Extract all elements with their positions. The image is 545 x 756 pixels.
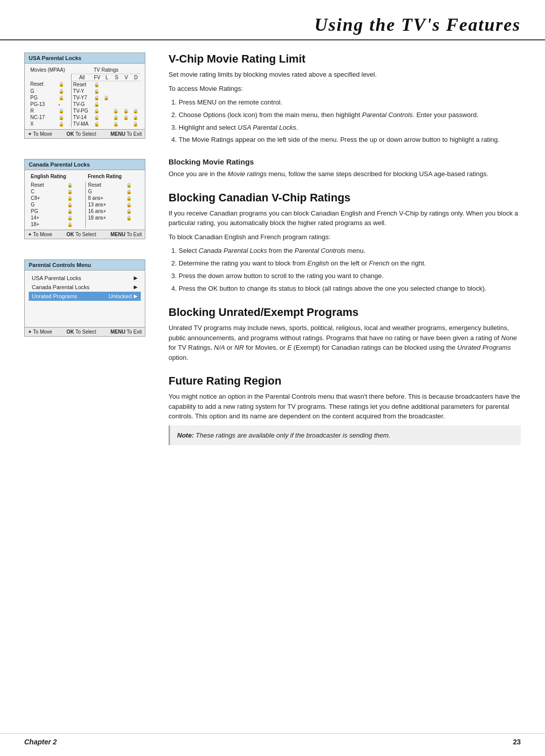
menu-item-canada[interactable]: Canada Parental Locks ▶ — [29, 283, 141, 292]
canadian-access-label: To block Canadian English and French pro… — [169, 232, 521, 242]
canada-ratings-table: English Rating French Rating Reset🔒 Rese… — [29, 173, 141, 228]
unrated-text: Unrated TV programs may include news, sp… — [169, 323, 521, 362]
parental-menu-footer: ✦ To Move OK To Select MENU To Exit — [25, 327, 145, 336]
page-number: 23 — [513, 738, 521, 746]
unrated-heading: Blocking Unrated/Exempt Programs — [169, 306, 521, 319]
vchip-heading: V-Chip Movie Rating Limit — [169, 52, 521, 66]
parental-menu-list: USA Parental Locks ▶ Canada Parental Loc… — [29, 274, 141, 325]
canada-screen-footer: ✦ To Move OK To Select MENU To Exit — [25, 230, 145, 239]
table-row: C8+🔒 8 ans+🔒 — [29, 195, 141, 201]
future-heading: Future Rating Region — [169, 374, 521, 388]
table-row: Reset🔒 Reset🔒 — [29, 182, 141, 188]
list-item: The Movie Ratings appear on the left sid… — [179, 135, 521, 145]
list-item: Press the down arrow button to scroll to… — [179, 271, 521, 282]
canadian-intro: If you receive Canadian programs you can… — [169, 208, 521, 228]
table-row: X 🔒 TV-MA 🔒 🔒 🔒 — [29, 121, 141, 127]
usa-parental-locks-screen: USA Parental Locks Movies (MPAA) TV Rati… — [24, 52, 145, 139]
unrated-section: Blocking Unrated/Exempt Programs Unrated… — [169, 306, 521, 362]
menu-item-usa[interactable]: USA Parental Locks ▶ — [29, 274, 141, 283]
canada-parental-locks-screen: Canada Parental Locks English Rating Fre… — [24, 159, 145, 239]
list-item: Select Canada Parental Locks from the Pa… — [179, 246, 521, 256]
blocking-movies-heading: Blocking Movie Ratings — [169, 157, 521, 166]
list-item: Determine the rating you want to block f… — [179, 258, 521, 269]
list-item: Highlight and select USA Parental Locks. — [179, 123, 521, 133]
blocking-movies-text: Once you are in the Movie ratings menu, … — [169, 169, 521, 179]
vchip-intro: Set movie rating limits by blocking movi… — [169, 70, 521, 80]
vchip-section: V-Chip Movie Rating Limit Set movie rati… — [169, 52, 521, 145]
page-header: Using the TV's Features — [0, 0, 545, 40]
usa-screen-title: USA Parental Locks — [25, 53, 145, 64]
parental-menu-body: USA Parental Locks ▶ Canada Parental Loc… — [25, 271, 145, 327]
chapter-label: Chapter 2 — [24, 738, 57, 746]
note-box: Note: These ratings are available only i… — [169, 425, 521, 446]
usa-screen-footer: ✦ To Move OK To Select MENU To Exit — [25, 129, 145, 138]
page-title: Using the TV's Features — [24, 14, 521, 35]
right-column: V-Chip Movie Rating Limit Set movie rati… — [156, 40, 545, 469]
table-row: PG🔒 16 ans+🔒 — [29, 208, 141, 214]
table-row: NC-17 🔒 TV-14 🔒 🔒 🔒 🔒 — [29, 114, 141, 121]
usa-screen-body: Movies (MPAA) TV Ratings All FV L S V D — [25, 64, 145, 129]
list-item: Press MENU on the remote control. — [179, 97, 521, 108]
tv-ratings-header: TV Ratings — [71, 67, 141, 74]
table-row: PG 🔒 TV-Y7 🔒 🔒 — [29, 94, 141, 101]
parental-controls-menu-screen: Parental Controls Menu USA Parental Lock… — [24, 259, 145, 337]
vchip-steps-list: Press MENU on the remote control. Choose… — [179, 97, 521, 145]
menu-item-unrated[interactable]: Unrated Programs Unlocked ▶ — [29, 292, 141, 301]
table-row: G 🔒 TV-Y 🔒 — [29, 88, 141, 94]
arrow-icon: ▶ — [134, 293, 138, 299]
table-row: G🔒 13 ans+🔒 — [29, 201, 141, 208]
canada-screen-title: Canada Parental Locks — [25, 159, 145, 170]
table-row: C🔒 G🔒 — [29, 188, 141, 195]
table-row: 14+🔒 18 ans+🔒 — [29, 214, 141, 221]
vchip-access-label: To access Movie Ratings: — [169, 84, 521, 94]
note-text: These ratings are available only if the … — [196, 431, 391, 439]
left-column: USA Parental Locks Movies (MPAA) TV Rati… — [0, 40, 156, 469]
future-text: You might notice an option in the Parent… — [169, 392, 521, 421]
future-section: Future Rating Region You might notice an… — [169, 374, 521, 445]
main-content: USA Parental Locks Movies (MPAA) TV Rati… — [0, 40, 545, 490]
list-item: Choose Options (lock icon) from the main… — [179, 110, 521, 121]
table-row: 18+🔒 — [29, 221, 141, 228]
canadian-heading: Blocking Canadian V-Chip Ratings — [169, 191, 521, 204]
table-row: PG-13 ▪ TV-G 🔒 — [29, 101, 141, 107]
page-footer: Chapter 2 23 — [0, 733, 545, 746]
list-item: Press the OK button to change its status… — [179, 284, 521, 294]
canadian-steps-list: Select Canada Parental Locks from the Pa… — [179, 246, 521, 294]
usa-ratings-table: Movies (MPAA) TV Ratings All FV L S V D — [29, 67, 141, 127]
note-label: Note: — [177, 431, 194, 439]
canadian-section: Blocking Canadian V-Chip Ratings If you … — [169, 191, 521, 294]
arrow-icon: ▶ — [134, 275, 138, 281]
table-row: R 🔒 TV-PG 🔒 🔒 🔒 🔒 — [29, 107, 141, 114]
movies-header: Movies (MPAA) — [29, 67, 71, 74]
parental-menu-title: Parental Controls Menu — [25, 260, 145, 271]
arrow-icon: ▶ — [134, 284, 138, 290]
blocking-movies-section: Blocking Movie Ratings Once you are in t… — [169, 157, 521, 179]
table-row: Reset 🔒 Reset 🔒 — [29, 81, 141, 88]
canada-screen-body: English Rating French Rating Reset🔒 Rese… — [25, 170, 145, 230]
